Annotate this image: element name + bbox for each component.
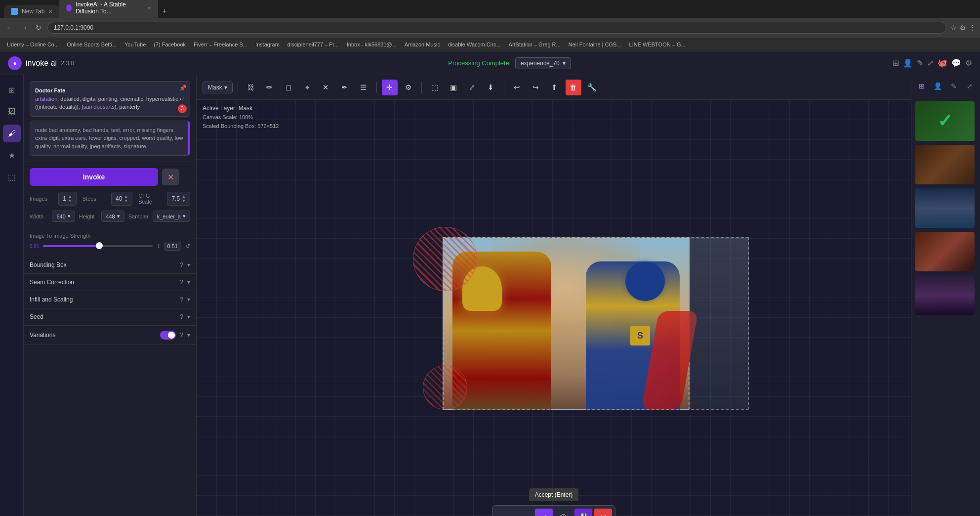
chevron-down-icon[interactable]: ▾: [187, 332, 190, 339]
bookmark-neil[interactable]: Neil Fontaine | CGS...: [566, 41, 624, 48]
thumbnail-1[interactable]: ✓: [915, 101, 975, 141]
bookmark-artstation[interactable]: ArtStation – Greg R...: [506, 41, 564, 48]
tool-list[interactable]: ☰: [356, 80, 371, 95]
thumbnail-3[interactable]: [915, 188, 975, 228]
tool-mask2[interactable]: ⬚: [427, 80, 443, 95]
height-select[interactable]: 448 ▾: [101, 211, 124, 222]
prev-button[interactable]: ←: [495, 509, 513, 516]
variations-toggle[interactable]: [160, 331, 176, 340]
positive-prompt-box[interactable]: Doctor Fate artstation, detailed, digita…: [30, 81, 190, 117]
tool-layer[interactable]: ▣: [446, 80, 461, 95]
sidebar-icon-layers2[interactable]: ⬚: [3, 168, 21, 186]
steps-arrows[interactable]: ▲▼: [124, 194, 128, 203]
tab-close-btn[interactable]: ✕: [147, 5, 151, 11]
cancel-button[interactable]: ✕: [162, 169, 179, 185]
bookmark-amazon[interactable]: Amazon Music: [402, 41, 443, 48]
tab-newtab[interactable]: New Tab ✕: [4, 5, 59, 18]
tool-download[interactable]: ⬇: [483, 80, 499, 95]
model-selector[interactable]: experience_70 ▾: [515, 57, 571, 69]
sidebar-icon-star[interactable]: ★: [3, 146, 21, 164]
strength-reset-icon[interactable]: ↺: [185, 243, 190, 250]
back-btn[interactable]: ←: [4, 22, 15, 34]
bookmark-fiverr[interactable]: Fiverr – Freelance S...: [191, 41, 250, 48]
help-icon[interactable]: ?: [180, 261, 183, 268]
images-arrows[interactable]: ▲▼: [68, 194, 72, 203]
cfg-arrows[interactable]: ▲▼: [182, 194, 186, 203]
tool-settings[interactable]: ⚙: [401, 80, 416, 95]
sampler-select[interactable]: k_euler_a ▾: [153, 211, 190, 222]
expand-icon[interactable]: ⤢: [927, 58, 934, 68]
options-button[interactable]: 🔧: [584, 80, 600, 95]
bookmark-facebook[interactable]: (7) Facebook: [151, 41, 189, 48]
tool-link[interactable]: ⛓: [243, 80, 259, 95]
dismiss-button[interactable]: ✕: [594, 509, 612, 516]
chevron-down-icon[interactable]: ▾: [187, 296, 190, 303]
sidebar-icon-brush[interactable]: 🖌: [3, 125, 21, 142]
gallery-view-btn[interactable]: ⊞: [915, 79, 928, 93]
strength-slider[interactable]: [43, 245, 153, 247]
extension-icon[interactable]: ⚙: [960, 24, 966, 32]
sidebar-icon-layers[interactable]: ⊞: [3, 81, 21, 99]
bookmark-webtoon[interactable]: LINE WEBTOON – G...: [626, 41, 689, 48]
discord-icon[interactable]: 💬: [951, 58, 961, 68]
tab-close-btn[interactable]: ✕: [48, 9, 52, 14]
address-bar[interactable]: 127.0.0.1:9090: [47, 22, 946, 34]
settings-icon[interactable]: ⚙: [965, 58, 972, 68]
accordion-seed-header[interactable]: Seed ? ▾: [24, 308, 196, 325]
edit-view-btn[interactable]: ✎: [947, 79, 960, 93]
user-view-btn[interactable]: 👤: [931, 79, 944, 93]
accordion-bounding-box-header[interactable]: Bounding Box ? ▾: [24, 257, 196, 273]
redo-button[interactable]: ↪: [528, 80, 544, 95]
tool-move[interactable]: ✛: [382, 80, 398, 95]
tool-brush[interactable]: ✏: [262, 80, 278, 95]
edit-icon[interactable]: ✎: [917, 58, 923, 68]
cfg-value-box[interactable]: 7.5 ▲▼: [167, 192, 190, 206]
bookmark-youtube[interactable]: YouTube: [122, 41, 149, 48]
tool-move2[interactable]: ⤢: [464, 80, 480, 95]
more-icon[interactable]: ⋮: [969, 24, 976, 32]
forward-btn[interactable]: →: [19, 22, 30, 34]
user-icon[interactable]: 👤: [903, 58, 913, 68]
tool-pen[interactable]: ✒: [337, 80, 353, 95]
help-icon[interactable]: ?: [180, 313, 183, 320]
github-icon[interactable]: 🐙: [938, 58, 947, 68]
bookmark-udemy[interactable]: Udemy – Online Co...: [4, 41, 62, 48]
next-button[interactable]: →: [515, 509, 533, 516]
strength-value[interactable]: 0.51: [164, 242, 181, 251]
width-select[interactable]: 640 ▾: [52, 211, 75, 222]
negative-prompt-box[interactable]: nude bad anatomy, bad hands, text, error…: [30, 121, 190, 156]
refresh-btn[interactable]: ↻: [34, 22, 43, 34]
steps-value-box[interactable]: 40 ▲▼: [111, 192, 132, 206]
clear-button[interactable]: 🗑: [566, 80, 581, 95]
help-icon[interactable]: ?: [180, 296, 183, 303]
chevron-down-icon[interactable]: ▾: [187, 313, 190, 320]
accordion-variations-header[interactable]: Variations ? ▾: [24, 326, 196, 344]
accept-button[interactable]: ✓: [535, 509, 553, 516]
images-value-box[interactable]: 1 ▲▼: [58, 192, 77, 206]
canvas-grid[interactable]: S Accept (Enter): [197, 100, 911, 516]
expand-view-btn[interactable]: ⤢: [963, 79, 976, 93]
grid-view-icon[interactable]: ⊞: [893, 58, 899, 68]
invoke-button[interactable]: Invoke: [30, 168, 158, 186]
chevron-down-icon[interactable]: ▾: [187, 279, 190, 286]
tool-lasso[interactable]: ⌖: [299, 80, 315, 95]
save-button[interactable]: 💾: [574, 509, 592, 516]
bookmark-inbox[interactable]: Inbox - klk56831@...: [344, 41, 400, 48]
bookmark-icon[interactable]: ☆: [950, 24, 957, 32]
thumbnail-5[interactable]: [915, 275, 975, 315]
slider-thumb[interactable]: [96, 242, 103, 249]
tool-eraser[interactable]: ◻: [281, 80, 296, 95]
bookmark-instagram[interactable]: Instagram: [252, 41, 283, 48]
tab-invoke[interactable]: InvokeAI - A Stable Diffusion To... ✕: [59, 0, 158, 18]
mask-dropdown[interactable]: Mask ▾: [203, 82, 233, 93]
thumbnail-4[interactable]: [915, 232, 975, 271]
upload-button[interactable]: ⬆: [547, 80, 563, 95]
accordion-infill-scaling-header[interactable]: Infill and Scaling ? ▾: [24, 291, 196, 308]
new-tab-button[interactable]: +: [158, 5, 170, 18]
thumbnail-2[interactable]: [915, 145, 975, 184]
eye-button[interactable]: 👁: [555, 509, 572, 516]
bookmark-disciple[interactable]: discipleneil777 – Pr...: [285, 41, 342, 48]
help-icon[interactable]: ?: [180, 279, 183, 286]
pin-icon[interactable]: 📌: [179, 85, 187, 91]
bookmark-sports[interactable]: Online Sports Betti...: [64, 41, 120, 48]
